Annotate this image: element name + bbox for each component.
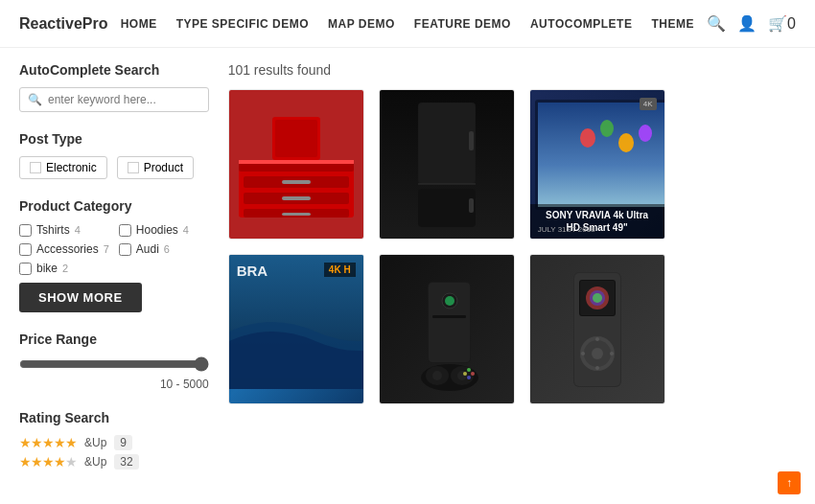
wave-tv-res: 4K H (324, 263, 356, 277)
svg-point-37 (463, 372, 467, 376)
cat-accessories-count: 7 (104, 243, 109, 255)
cat-audi-count: 6 (164, 243, 170, 255)
nav-item-feature-demo[interactable]: FEATURE DEMO (414, 17, 511, 31)
post-type-title: Post Type (19, 131, 209, 147)
rating-search-section: Rating Search ★★★★★ &Up 9 ★★★★★ &Up 32 (19, 410, 209, 470)
svg-point-22 (639, 125, 652, 142)
mp3-svg (545, 263, 650, 397)
product-card-toolbox (228, 89, 364, 240)
svg-rect-8 (282, 196, 311, 200)
checkbox-audi[interactable] (119, 243, 131, 256)
scroll-to-top-button[interactable]: ↑ (778, 471, 801, 494)
nav-item-autocomplete[interactable]: AUTOCOMPLETE (530, 17, 632, 31)
checkbox-accessories[interactable] (19, 243, 32, 256)
nav-item-type-specific-demo[interactable]: TYPE SPECIFIC DEMO (176, 17, 309, 31)
cat-bike-label: bike (36, 262, 58, 275)
toolbox-svg (229, 107, 363, 222)
user-icon[interactable]: 👤 (737, 14, 757, 33)
rating-item-5star: ★★★★★ &Up 9 (19, 435, 209, 450)
checkbox-bike[interactable] (19, 263, 32, 275)
svg-point-51 (610, 352, 614, 355)
products-grid: SONY VRAVIA 4k UltraHD Smart 49" 4K JULY… (228, 89, 665, 404)
rating-label-4: &Up (84, 455, 106, 469)
product-card-mp3 (529, 254, 665, 404)
site-header: ReactivePro HOMETYPE SPECIFIC DEMOMAP DE… (0, 0, 815, 48)
search-section-title: AutoComplete Search (19, 62, 209, 78)
post-type-product[interactable]: Product (117, 156, 194, 179)
product-img-wave-tv: BRA 4K H (229, 255, 363, 403)
header-icons: 🔍 👤 🛒0 (707, 14, 796, 33)
svg-point-36 (467, 376, 471, 379)
main-content: 101 results found (228, 62, 665, 489)
cat-bike-count: 2 (62, 263, 68, 274)
post-type-section: Post Type Electronic Product (19, 131, 209, 179)
product-img-sony-tv: SONY VRAVIA 4k UltraHD Smart 49" 4K JULY… (530, 90, 664, 239)
show-more-button[interactable]: SHOW MORE (19, 283, 142, 312)
category-bike: bike 2 (19, 262, 109, 275)
fridge-svg (399, 98, 495, 232)
stars-4: ★★★★★ (19, 454, 77, 470)
price-range-title: Price Range (19, 332, 209, 347)
category-audi: Audi 6 (119, 242, 209, 256)
nav-item-map-demo[interactable]: MAP DEMO (328, 17, 395, 31)
search-box: 🔍 (19, 87, 209, 112)
svg-point-35 (471, 372, 475, 376)
svg-rect-18 (538, 103, 664, 207)
post-type-electronic[interactable]: Electronic (19, 156, 107, 179)
svg-point-50 (581, 352, 585, 355)
search-icon[interactable]: 🔍 (707, 14, 726, 33)
autocomplete-search-section: AutoComplete Search 🔍 (19, 62, 209, 112)
cat-hoodies-label: Hoodies (136, 223, 178, 237)
svg-point-32 (432, 371, 442, 380)
product-img-mp3 (530, 255, 664, 403)
svg-point-28 (445, 296, 454, 306)
checkbox-electronic (30, 162, 41, 173)
svg-point-20 (600, 120, 614, 137)
svg-rect-16 (469, 198, 474, 213)
product-card-xbox (379, 254, 515, 404)
category-title: Product Category (19, 198, 209, 214)
sony-tv-badge: 4K (640, 98, 657, 110)
svg-rect-26 (432, 315, 466, 318)
svg-rect-12 (418, 189, 476, 227)
cat-audi-label: Audi (136, 242, 159, 256)
category-hoodies: Hoodies 4 (119, 223, 209, 237)
checkbox-tshirts[interactable] (19, 224, 32, 237)
svg-point-19 (580, 128, 595, 148)
checkbox-hoodies[interactable] (119, 224, 131, 237)
nav-item-home[interactable]: HOME (121, 17, 157, 31)
product-card-sony-tv: SONY VRAVIA 4k UltraHD Smart 49" 4K JULY… (529, 89, 665, 240)
nav-item-theme[interactable]: THEME (651, 17, 694, 31)
category-grid: Tshirts 4 Hoodies 4 Accessories 7 Audi 6 (19, 223, 209, 275)
cart-count: 0 (787, 15, 796, 32)
search-input[interactable] (48, 93, 200, 106)
post-type-row: Electronic Product (19, 156, 209, 179)
cart-icon[interactable]: 🛒0 (768, 14, 796, 33)
main-nav: HOMETYPE SPECIFIC DEMOMAP DEMOFEATURE DE… (121, 17, 694, 31)
svg-point-47 (592, 348, 603, 359)
post-type-product-label: Product (144, 161, 183, 174)
svg-point-48 (595, 337, 599, 341)
price-range-input[interactable] (19, 356, 209, 372)
svg-rect-15 (469, 131, 474, 150)
svg-rect-6 (275, 120, 317, 157)
svg-point-49 (595, 366, 599, 370)
product-card-wave-tv: BRA 4K H (228, 254, 364, 404)
range-slider (19, 356, 209, 376)
xbox-svg (384, 263, 509, 397)
category-section: Product Category Tshirts 4 Hoodies 4 Acc… (19, 198, 209, 312)
stars-5: ★★★★★ (19, 435, 77, 450)
product-img-toolbox (229, 90, 363, 239)
rating-item-4star: ★★★★★ &Up 32 (19, 454, 209, 470)
search-icon-small: 🔍 (28, 93, 42, 106)
site-logo: ReactivePro (19, 15, 108, 33)
cat-tshirts-count: 4 (75, 224, 81, 236)
rating-count-5: 9 (114, 435, 132, 450)
svg-point-21 (618, 133, 634, 152)
cat-tshirts-label: Tshirts (36, 223, 70, 237)
wave-tv-brand: BRA (237, 263, 268, 279)
rating-count-4: 32 (114, 454, 138, 470)
sidebar: AutoComplete Search 🔍 Post Type Electron… (19, 62, 209, 489)
product-img-xbox (380, 255, 514, 403)
rating-label-5: &Up (84, 436, 106, 449)
